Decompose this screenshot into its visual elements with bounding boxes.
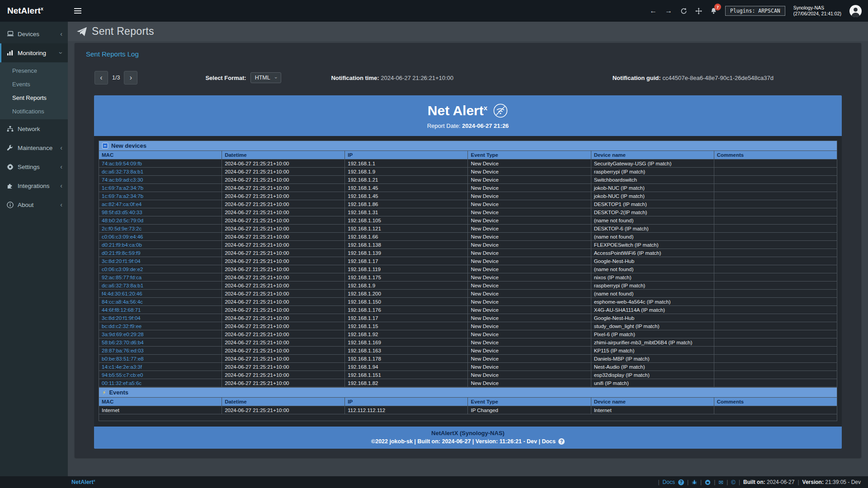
- sent-reports-box: Sent Reports Log ‹ 1/3 › Select Format: …: [75, 43, 861, 458]
- table-cell: 44:6f:f8:12:68:71: [99, 306, 222, 314]
- mail-icon[interactable]: ✉: [718, 479, 723, 485]
- github-link[interactable]: [705, 479, 711, 485]
- back-button[interactable]: ←: [650, 7, 657, 14]
- mac-link[interactable]: 28:87:ba:76:ed:03: [102, 348, 144, 353]
- column-header: Datetime: [222, 151, 345, 160]
- chart-icon: [7, 50, 18, 56]
- mac-link[interactable]: d0:21:f9:b4:ca:0b: [102, 242, 142, 248]
- table-cell: 2024-06-27 21:25:21+10:00: [222, 290, 345, 298]
- sidebar-item-sent-reports[interactable]: Sent Reports: [0, 91, 68, 104]
- footer-brand[interactable]: NetAlertx: [71, 479, 95, 485]
- mac-link[interactable]: 98:5f:d3:d5:40:33: [102, 210, 142, 215]
- mac-link[interactable]: 00:11:32:ef:a5:6c: [102, 380, 142, 386]
- sidebar-item-integrations[interactable]: Integrations ‹: [0, 176, 68, 195]
- monitoring-submenu: Presence Events Sent Reports Notificatio…: [0, 62, 68, 119]
- table-cell: Internet: [591, 406, 714, 414]
- table-cell: 2024-06-27 21:25:21+10:00: [222, 192, 345, 200]
- help-icon[interactable]: ?: [558, 438, 565, 445]
- sidebar-item-events[interactable]: Events: [0, 77, 68, 91]
- footer-links: | Docs ? | | | ✉ | © | Built on: 2024-06…: [658, 479, 861, 485]
- chevron-left-icon: ‹: [60, 202, 62, 208]
- mac-link[interactable]: c0:06:c3:09:e4:46: [102, 234, 143, 239]
- table-cell: 192.168.1.119: [345, 265, 468, 273]
- next-page-button[interactable]: ›: [124, 71, 137, 84]
- table-cell: New Device: [468, 322, 591, 330]
- notification-guid: Notification guid: cc44507e-8ea6-48e7-90…: [613, 75, 774, 81]
- sidebar-item-settings[interactable]: Settings ‹: [0, 157, 68, 176]
- table-cell: New Device: [468, 314, 591, 322]
- help-icon[interactable]: ?: [678, 479, 684, 485]
- mac-link[interactable]: c0:06:c3:09:de:e2: [102, 267, 143, 272]
- table-cell: ac:82:47:ca:0f:e4: [99, 200, 222, 208]
- table-row: 3a:9d:69:e0:29:282024-06-27 21:25:21+10:…: [99, 330, 837, 338]
- table-cell: jokob-NUC (IP match): [591, 192, 714, 200]
- table-cell: New Device: [468, 371, 591, 379]
- mac-link[interactable]: 2c:f0:5d:9e:73:2c: [102, 226, 142, 231]
- mac-link[interactable]: 84:cc:a8:4a:56:4c: [102, 299, 143, 305]
- format-select[interactable]: HTML ›: [250, 72, 282, 83]
- table-cell: 192.168.1.9: [345, 282, 468, 290]
- sidebar-item-maintenance[interactable]: Maintenance ‹: [0, 138, 68, 157]
- table-cell: (name not found): [591, 290, 714, 298]
- table-cell: [714, 265, 837, 273]
- table-cell: 2024-06-27 21:25:21+10:00: [222, 184, 345, 192]
- docs-link[interactable]: Docs: [663, 479, 675, 485]
- mac-link[interactable]: dc:a6:32:73:8a:b1: [102, 283, 143, 288]
- table-cell: [714, 249, 837, 257]
- avatar[interactable]: [849, 5, 862, 17]
- mac-link[interactable]: 3a:9d:69:e0:29:28: [102, 332, 144, 337]
- mac-link[interactable]: 74:ac:b9:54:09:fb: [102, 161, 142, 166]
- mac-link[interactable]: ac:82:47:ca:0f:e4: [102, 202, 142, 207]
- mac-link[interactable]: 14:c1:4e:2e:a3:3f: [102, 364, 142, 370]
- move-button[interactable]: [695, 8, 702, 14]
- mac-link[interactable]: bc:dd:c2:32:f9:ee: [102, 324, 142, 329]
- table-cell: IP Changed: [468, 406, 591, 414]
- mac-link[interactable]: 92:ac:85:77:fd:ca: [102, 275, 142, 280]
- mac-link[interactable]: f4:4d:30:61:20:46: [102, 291, 142, 296]
- copyright-icon[interactable]: ©: [731, 479, 736, 485]
- sidebar-toggle-button[interactable]: [68, 0, 88, 22]
- sidebar-item-notifications[interactable]: Notifications: [0, 104, 68, 118]
- table-cell: 192.168.1.121: [345, 225, 468, 233]
- notifications-button[interactable]: 7: [710, 7, 717, 14]
- table-cell: 2024-06-27 21:25:21+10:00: [222, 322, 345, 330]
- bug-report-link[interactable]: [692, 479, 697, 485]
- table-cell: 192.168.1.15: [345, 322, 468, 330]
- mac-link[interactable]: 44:6f:f8:12:68:71: [102, 307, 141, 313]
- mac-link[interactable]: 48:b0:2d:5c:79:0d: [102, 218, 143, 223]
- sent-reports-log-link[interactable]: Sent Reports Log: [86, 50, 139, 58]
- mac-link[interactable]: 3c:8d:20:f1:9f:04: [102, 258, 141, 264]
- mac-link[interactable]: b0:be:83:51:77:e8: [102, 356, 144, 361]
- sidebar-item-about[interactable]: About ‹: [0, 195, 68, 214]
- mac-link[interactable]: 74:ac:b9:ad:c3:30: [102, 177, 143, 183]
- table-cell: New Device: [468, 290, 591, 298]
- table-cell: 192.168.1.94: [345, 363, 468, 371]
- sidebar-item-monitoring[interactable]: Monitoring ›: [0, 43, 68, 62]
- mac-link[interactable]: 3c:8d:20:f1:9f:04: [102, 315, 141, 321]
- mac-link[interactable]: d0:21:f9:8c:59:f9: [102, 250, 141, 256]
- format-label: Select Format:: [205, 75, 246, 81]
- table-cell: New Device: [468, 176, 591, 184]
- prev-page-button[interactable]: ‹: [94, 71, 108, 84]
- forward-button[interactable]: →: [665, 7, 672, 14]
- table-cell: New Device: [468, 257, 591, 265]
- table-cell: 3a:9d:69:e0:29:28: [99, 330, 222, 338]
- table-cell: New Device: [468, 363, 591, 371]
- mac-link[interactable]: 94:b5:55:c7:cb:e0: [102, 372, 143, 378]
- mac-link[interactable]: 1c:69:7a:a2:34:7b: [102, 185, 143, 191]
- refresh-button[interactable]: [680, 8, 687, 14]
- table-row: 1c:69:7a:a2:34:7b2024-06-27 21:25:21+10:…: [99, 192, 837, 200]
- sidebar-item-devices[interactable]: Devices ‹: [0, 24, 68, 43]
- sidebar-item-network[interactable]: Network: [0, 119, 68, 138]
- mac-link[interactable]: dc:a6:32:73:8a:b1: [102, 169, 143, 174]
- column-header: IP: [345, 398, 468, 406]
- table-row: bc:dd:c2:32:f9:ee2024-06-27 21:25:21+10:…: [99, 322, 837, 330]
- plugins-badge[interactable]: Plugins: ARPSCAN: [725, 6, 785, 16]
- report-controls: ‹ 1/3 › Select Format: HTML › Notificati…: [75, 71, 861, 84]
- app-logo[interactable]: NetAlertx: [0, 6, 68, 16]
- mac-link[interactable]: 58:b6:23:70:d6:b4: [102, 340, 144, 345]
- table-cell: New Device: [468, 265, 591, 273]
- table-cell: 192.168.1.86: [345, 200, 468, 208]
- sidebar-item-presence[interactable]: Presence: [0, 64, 68, 77]
- mac-link[interactable]: 1c:69:7a:a2:34:7b: [102, 193, 143, 199]
